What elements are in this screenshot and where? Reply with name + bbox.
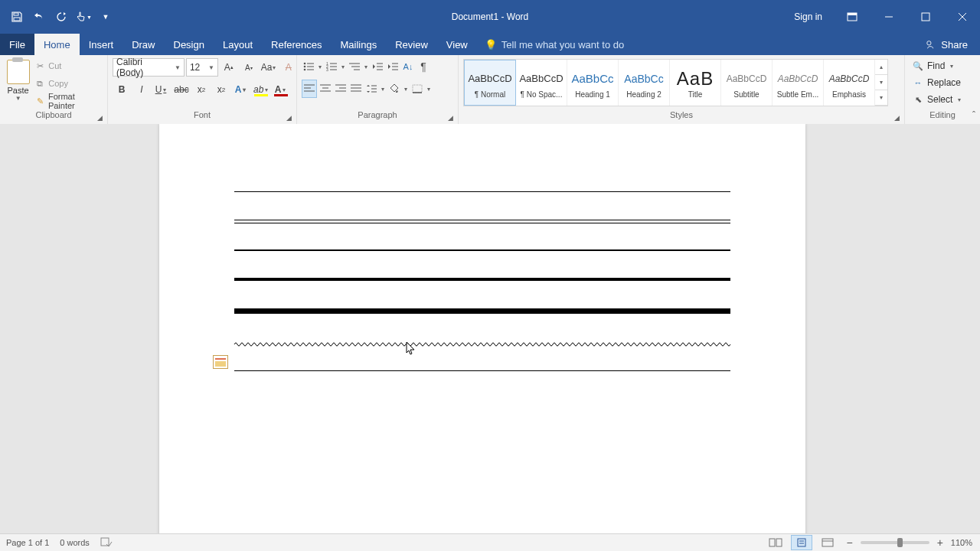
zoom-out-button[interactable]: − [843,536,855,549]
tab-references[interactable]: References [262,34,331,55]
borders-button[interactable] [410,80,424,97]
line-spacing-button[interactable] [364,80,378,97]
align-justify-button[interactable] [349,80,363,97]
bold-button[interactable]: B [113,81,131,98]
font-name-combo[interactable]: Calibri (Body)▼ [113,58,185,77]
zoom-in-button[interactable]: + [934,536,946,549]
underline-button[interactable]: U▾ [152,81,171,98]
bullets-button[interactable] [302,58,315,75]
dialog-launcher-styles[interactable]: ◢ [892,113,901,122]
style-emphasis[interactable]: AaBbCcDEmphasis [824,60,875,106]
increase-indent-button[interactable] [386,58,400,75]
collapse-ribbon-icon[interactable]: ˆ [972,110,975,121]
web-layout-button[interactable] [817,535,838,550]
style-heading-2[interactable]: AaBbCcHeading 2 [619,60,670,106]
tab-layout[interactable]: Layout [214,34,262,55]
chevron-down-icon[interactable]: ▼ [15,95,21,102]
touch-mode-icon[interactable]: ▼ [74,8,93,26]
save-icon[interactable] [8,8,26,26]
close-icon[interactable] [945,6,980,28]
spellcheck-icon[interactable] [100,536,113,549]
chevron-down-icon[interactable]: ▾ [426,86,432,93]
print-layout-button[interactable] [791,535,812,550]
page-number-status[interactable]: Page 1 of 1 [6,538,49,547]
tab-draw[interactable]: Draw [122,34,164,55]
chevron-down-icon[interactable]: ▾ [403,86,409,93]
svg-rect-3 [848,13,857,15]
strikethrough-button[interactable]: abc [172,81,191,98]
find-button[interactable]: 🔍Find▾ [910,58,965,73]
cut-button[interactable]: ✂Cut [34,58,103,73]
dialog-launcher-clipboard[interactable]: ◢ [95,113,104,122]
ribbon-display-icon[interactable] [835,6,870,28]
share-button[interactable]: Share [918,34,975,55]
redo-icon[interactable] [52,8,70,26]
replace-button[interactable]: ↔Replace [910,75,965,90]
customize-qat-icon[interactable]: ▼ [96,8,115,26]
tab-mailings[interactable]: Mailings [332,34,387,55]
sort-button[interactable]: A↓ [401,58,415,75]
style--normal[interactable]: AaBbCcD¶ Normal [464,60,516,106]
styles-down-icon[interactable]: ▾ [875,75,887,90]
styles-gallery[interactable]: AaBbCcD¶ NormalAaBbCcD¶ No Spac...AaBbCc… [463,59,888,106]
shrink-font-button[interactable]: A▾ [240,59,258,76]
font-color-button[interactable]: A▾ [272,81,290,98]
style-heading-1[interactable]: AaBbCcHeading 1 [567,60,619,106]
group-label-clipboard: Clipboard [0,110,107,124]
clipboard-icon [7,60,30,84]
text-effects-button[interactable]: A▾ [232,81,250,98]
shading-button[interactable] [387,80,401,97]
styles-up-icon[interactable]: ▴ [875,60,887,75]
decrease-indent-button[interactable] [371,58,384,75]
horizontal-line-thick-double [234,308,730,314]
align-right-button[interactable] [334,80,348,97]
copy-button[interactable]: ⧉Copy [34,76,103,91]
chevron-down-icon[interactable]: ▾ [317,64,323,70]
word-count-status[interactable]: 0 words [60,538,90,547]
numbering-button[interactable]: 123 [325,58,338,75]
tab-view[interactable]: View [437,34,477,55]
chevron-down-icon[interactable]: ▾ [380,86,386,93]
tab-design[interactable]: Design [165,34,214,55]
maximize-icon[interactable] [908,6,943,28]
style-title[interactable]: AaBTitle [670,60,721,106]
tab-review[interactable]: Review [386,34,437,55]
dialog-launcher-font[interactable]: ◢ [284,113,293,122]
sign-in-link[interactable]: Sign in [783,11,833,22]
subscript-button[interactable]: x2 [192,81,211,98]
tab-home[interactable]: Home [34,34,80,55]
font-size-combo[interactable]: 12▼ [186,58,218,77]
format-painter-button[interactable]: ✎Format Painter [34,93,103,109]
italic-button[interactable]: I [132,81,151,98]
align-left-button[interactable] [302,80,317,98]
tab-file[interactable]: File [0,34,34,55]
style-subtitle[interactable]: AaBbCcDSubtitle [721,60,773,106]
change-case-button[interactable]: Aa▾ [260,59,278,76]
zoom-level[interactable]: 110% [951,538,972,547]
superscript-button[interactable]: x2 [212,81,230,98]
group-label-editing: Editing [905,110,980,124]
page[interactable] [159,124,805,534]
clear-formatting-button[interactable]: A [279,59,298,76]
autocorrect-options-icon[interactable] [213,355,228,369]
styles-more-icon[interactable]: ▾ [875,90,887,106]
multilevel-list-button[interactable] [348,58,361,75]
tell-me-search[interactable]: 💡Tell me what you want to do [485,34,624,55]
show-marks-button[interactable]: ¶ [416,58,430,75]
grow-font-button[interactable]: A▴ [220,59,238,76]
zoom-thumb[interactable] [897,538,903,547]
tab-insert[interactable]: Insert [80,34,123,55]
style-subtle-em-[interactable]: AaBbCcDSubtle Em... [773,60,824,106]
minimize-icon[interactable] [871,6,906,28]
zoom-slider[interactable] [861,541,929,544]
undo-icon[interactable] [30,8,48,26]
align-center-button[interactable] [318,80,332,97]
chevron-down-icon[interactable]: ▾ [363,64,369,70]
select-button[interactable]: ⬉Select▾ [910,92,965,107]
chevron-down-icon[interactable]: ▾ [340,64,346,70]
dialog-launcher-paragraph[interactable]: ◢ [446,113,455,122]
highlight-button[interactable]: ab▾ [252,81,270,98]
style--no-spac-[interactable]: AaBbCcD¶ No Spac... [516,60,567,106]
read-mode-button[interactable] [765,535,786,550]
paste-button[interactable]: Paste ▼ [5,58,31,102]
